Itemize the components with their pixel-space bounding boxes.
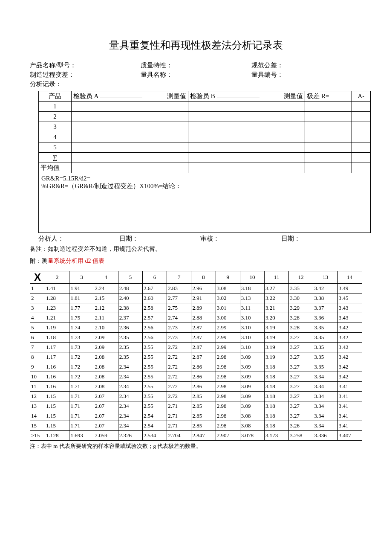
d2-cell: 2.85: [191, 401, 216, 411]
d2-cell: 1.77: [69, 303, 94, 313]
col-inspector-b: 检验员 B 测量值: [188, 91, 305, 102]
d2-cell: 2.35: [118, 352, 142, 362]
d2-cell: 1.23: [45, 303, 69, 313]
d2-row: 21.281.812.152.402.602.772.913.023.133.2…: [30, 293, 362, 303]
d2-cell: 3.13: [240, 293, 264, 303]
d2-cell: 2.55: [143, 343, 167, 352]
d2-cell: 2.98: [216, 411, 240, 421]
d2-cell: 3.18: [265, 411, 289, 421]
d2-row: 71.171.732.092.352.552.722.872.993.103.1…: [30, 343, 362, 352]
d2-cell: 2.60: [143, 293, 167, 303]
d2-cell: 2.12: [94, 303, 118, 313]
d2-cell: 3.19: [265, 352, 289, 362]
d2-cell: 1.16: [45, 372, 69, 382]
d2-cell: 2.37: [118, 313, 142, 323]
field-analysis-log: 分析记录：: [30, 80, 362, 88]
d2-cell: 1.28: [45, 293, 69, 303]
d2-row-header: 11: [30, 382, 45, 392]
d2-cell: 3.09: [240, 352, 264, 362]
d2-cell: 1.72: [69, 362, 94, 372]
d2-cell: 2.57: [143, 313, 167, 323]
d2-cell: 3.34: [313, 401, 337, 411]
d2-cell: 2.96: [191, 284, 216, 293]
d2-cell: 2.98: [216, 372, 240, 382]
d2-row: 51.191.742.102.362.562.732.872.993.103.1…: [30, 323, 362, 333]
d2-cell: 2.40: [118, 293, 142, 303]
d2-cell: 1.81: [69, 293, 94, 303]
d2-row-header: 15: [30, 421, 45, 431]
d2-cell: 3.42: [337, 343, 362, 352]
d2-cell: 2.98: [216, 392, 240, 401]
d2-cell: 3.45: [337, 293, 362, 303]
formula-line-1: GR&R=5.15R/d2=: [41, 175, 368, 182]
d2-cell: 3.19: [265, 333, 289, 343]
d2-cell: 1.71: [69, 421, 94, 431]
d2-cell: 3.27: [289, 362, 313, 372]
d2-cell: 1.73: [69, 343, 94, 352]
d2-row-header: 2: [30, 293, 45, 303]
d2-cell: 3.27: [289, 411, 313, 421]
d2-cell: 2.74: [167, 313, 191, 323]
d2-cell: 3.34: [313, 392, 337, 401]
d2-cell: 2.10: [94, 323, 118, 333]
meta-row-1: 产品名称/型号： 质量特性： 规范公差：: [30, 61, 362, 70]
d2-cell: 2.72: [167, 352, 191, 362]
main-head-row: 产品 检验员 A 测量值 检验员 B 测量值 极差 R= A-: [39, 91, 371, 102]
d2-cell: 3.28: [289, 313, 313, 323]
d2-cell: 3.42: [337, 362, 362, 372]
d2-row: 131.151.712.072.342.552.712.852.983.093.…: [30, 401, 362, 411]
d2-cell: 3.00: [216, 313, 240, 323]
d2-cell: 2.55: [143, 352, 167, 362]
row-1: 1: [39, 102, 371, 112]
d2-cell: 2.35: [118, 333, 142, 343]
blank-b[interactable]: [217, 98, 259, 98]
d2-row: 111.161.712.082.342.552.722.862.983.093.…: [30, 382, 362, 392]
d2-cell: 2.059: [94, 431, 118, 441]
d2-cell: 3.27: [289, 343, 313, 352]
d2-row-header: 10: [30, 372, 45, 382]
d2-cell: 2.98: [216, 362, 240, 372]
d2-cell: 1.19: [45, 323, 69, 333]
d2-cell: 3.41: [337, 421, 362, 431]
d2-cell: 3.19: [265, 323, 289, 333]
sig-date-1: 日期：: [119, 235, 200, 243]
d2-row-header: 1: [30, 284, 45, 293]
field-quality-char: 质量特性：: [141, 61, 251, 70]
d2-cell: 1.71: [69, 392, 94, 401]
d2-cell: 2.72: [167, 362, 191, 372]
d2-row: 11.411.912.242.482.672.832.963.083.183.2…: [30, 284, 362, 293]
remark: 备注：如制造过程变差不知道，用规范公差代替。: [30, 245, 362, 253]
d2-cell: 2.34: [118, 411, 142, 421]
d2-cell: 2.86: [191, 382, 216, 392]
d2-cell: 3.37: [313, 303, 337, 313]
d2-row-header: 12: [30, 392, 45, 401]
d2-row-header: 3: [30, 303, 45, 313]
d2-cell: 3.18: [265, 362, 289, 372]
d2-cell: 2.07: [94, 421, 118, 431]
d2-cell: 3.35: [313, 333, 337, 343]
d2-cell: 3.35: [313, 323, 337, 333]
d2-cell: 2.98: [216, 352, 240, 362]
d2-cell: 2.24: [94, 284, 118, 293]
d2-table: X 2 3 4 5 6 7 8 9 10 11 12 13 14 11.411.…: [30, 271, 362, 441]
d2-cell: 1.15: [45, 392, 69, 401]
d2-cell: 2.08: [94, 362, 118, 372]
d2-cell: 3.10: [240, 333, 264, 343]
d2-cell: 3.336: [313, 431, 337, 441]
d2-row: 81.171.722.082.352.552.722.872.983.093.1…: [30, 352, 362, 362]
d2-cell: 2.99: [216, 323, 240, 333]
d2-cell: 3.42: [313, 284, 337, 293]
row-sum: ∑: [39, 153, 371, 163]
d2-cell: 3.01: [216, 303, 240, 313]
d2-cell: 2.534: [143, 431, 167, 441]
field-spec-tolerance: 规范公差：: [251, 61, 362, 70]
d2-cell: 2.73: [167, 333, 191, 343]
d2-cell: 3.35: [289, 284, 313, 293]
d2-cell: 3.42: [337, 333, 362, 343]
blank-a[interactable]: [100, 98, 142, 98]
d2-cell: 3.26: [289, 421, 313, 431]
d2-cell: 2.34: [118, 401, 142, 411]
row-5: 5: [39, 142, 371, 153]
d2-cell: 2.87: [191, 343, 216, 352]
row-formula: GR&R=5.15R/d2= %GR&R=（GR&R/制造过程变差）X100%=…: [39, 173, 371, 233]
